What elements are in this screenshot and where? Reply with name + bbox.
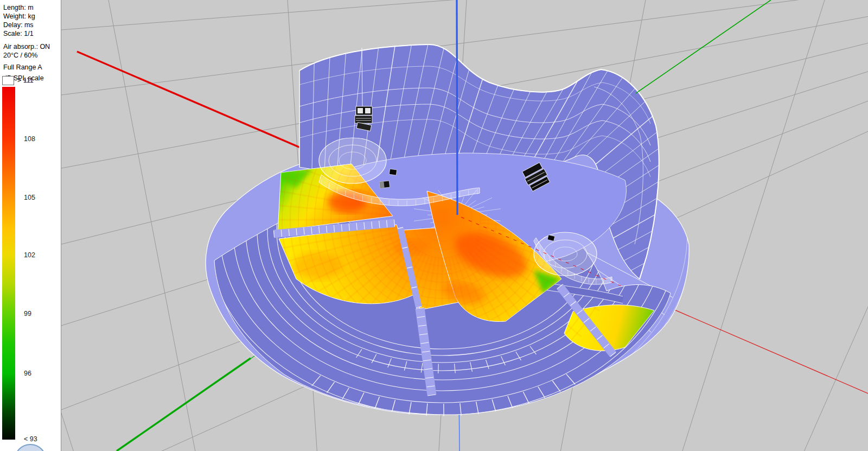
- spl-color-scale-bar: [2, 87, 15, 440]
- spl-scale-over-max-swatch: [2, 76, 14, 85]
- unit-delay-label: Delay: ms: [3, 21, 34, 29]
- frequency-range-label: Full Range A: [3, 63, 42, 72]
- scale-ratio-label: Scale: 1/1: [3, 29, 34, 38]
- z-axis-bold-segment: [457, 0, 457, 215]
- spl-scale-over-max-label: > 111: [17, 77, 34, 84]
- unit-length-label: Length: m: [3, 3, 34, 12]
- temp-humidity-label: 20°C / 60%: [3, 51, 37, 60]
- spl-tick-99: 99: [24, 310, 31, 317]
- spl-tick-96: 96: [24, 370, 31, 377]
- air-absorption-label: Air absorp.: ON: [3, 42, 50, 51]
- spl-tick-108: 108: [24, 135, 35, 143]
- spl-tick-102: 102: [24, 251, 35, 259]
- spl-tick-105: 105: [24, 194, 35, 201]
- legend-sidebar: Length: m Weight: kg Delay: ms Scale: 1/…: [0, 0, 61, 451]
- line-array-left[interactable]: [355, 106, 372, 131]
- unit-weight-label: Weight: kg: [3, 12, 35, 21]
- app-logo-icon: [14, 444, 47, 451]
- spl-scale-under-min-label: < 93: [24, 435, 37, 443]
- viewport-3d[interactable]: [0, 0, 868, 451]
